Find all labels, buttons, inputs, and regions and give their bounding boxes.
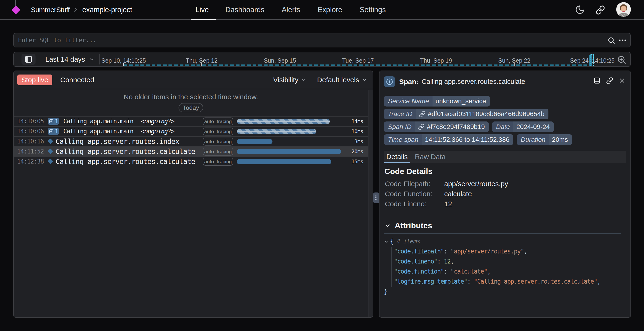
chip-value: 14:11:52.366 to 14:11:52.386 (422, 134, 514, 145)
close-icon[interactable] (619, 77, 625, 84)
dock-panel-bottom-icon[interactable] (594, 77, 600, 84)
children-count: 1 (55, 118, 58, 125)
share-link-button[interactable] (596, 0, 605, 20)
zoom-in-icon[interactable] (617, 55, 626, 65)
log-row-time: 14:11:52 (17, 147, 44, 156)
dark-mode-toggle[interactable] (575, 0, 585, 20)
attributes-section-toggle[interactable]: Attributes (384, 221, 432, 230)
chip-label: Date (492, 122, 514, 132)
visibility-dropdown[interactable]: Visibility (273, 76, 306, 84)
link-icon (596, 5, 605, 14)
scope-tag: auto_tracing (203, 148, 233, 156)
span-diamond-icon (48, 148, 53, 154)
log-row[interactable]: 14:10:051Calling app.main.main<ongoing?>… (14, 116, 368, 126)
log-message: Calling app.main.main<ongoing?> (63, 116, 174, 126)
json-indent (384, 278, 394, 285)
time-range-dropdown[interactable]: Last 14 days (45, 52, 94, 66)
log-row-time: 14:12:38 (17, 157, 44, 166)
active-tab-underline (191, 19, 216, 20)
log-row-time: 14:10:06 (17, 126, 44, 136)
code-detail-value: 12 (444, 200, 452, 208)
code-details-rows: Code Filepath:app/server/routes.pyCode F… (385, 179, 508, 209)
json-key: "code.filepath" (394, 248, 444, 255)
default-levels-dropdown[interactable]: Default levels (317, 76, 367, 84)
stop-live-button[interactable]: Stop live (17, 74, 52, 85)
live-panel-header: Stop live Connected Visibility Default l… (14, 71, 373, 89)
log-row[interactable]: 14:10:061Calling app.main.main<ongoing?>… (14, 126, 368, 136)
duration-value: 14ms (352, 116, 363, 126)
json-comma: , (597, 278, 600, 285)
log-row[interactable]: 14:12:38Calling app.server.routes.calcul… (14, 156, 368, 166)
expand-children-badge[interactable]: 1 (48, 118, 59, 125)
log-message: Calling app.server.routes.calculate (56, 147, 195, 156)
chip-value[interactable]: #f7c8e294f7489b19 (415, 122, 489, 132)
attributes-json-tree: { 4 items "code.filepath": "app/server/r… (384, 236, 600, 297)
search-icon[interactable] (607, 36, 615, 44)
duration-value: 20ms (352, 147, 363, 156)
expand-children-badge[interactable]: 1 (48, 128, 59, 135)
today-button[interactable]: Today (178, 103, 203, 112)
detail-tab-details[interactable]: Details (384, 151, 410, 163)
code-details-heading: Code Details (384, 167, 432, 176)
duration-value: 10ms (352, 126, 363, 136)
breadcrumb-org[interactable]: SummerStuff (31, 0, 70, 20)
chevron-down-icon (301, 77, 306, 82)
code-detail-label: Code Function: (385, 189, 444, 199)
scrollbar-track[interactable] (368, 90, 373, 317)
sql-filter-bar: Enter SQL to filter... (13, 33, 631, 48)
duration-bar (237, 119, 330, 124)
detail-tab-raw-data[interactable]: Raw Data (413, 151, 447, 163)
timebar-divider (99, 54, 100, 64)
nav-tab-explore[interactable]: Explore (318, 0, 342, 20)
brand-logo-diamond-icon[interactable] (11, 5, 20, 14)
json-indent (384, 268, 394, 275)
timeline-selection-cursor[interactable] (590, 54, 594, 66)
json-key: "code.function" (394, 268, 444, 275)
code-detail-label: Code Filepath: (385, 179, 444, 189)
nav-tab-alerts[interactable]: Alerts (282, 0, 300, 20)
json-line: } (384, 286, 600, 297)
timeline-histogram-dashes (124, 64, 588, 66)
breadcrumb-chevron-icon (72, 7, 78, 13)
toggle-sidebar-button[interactable] (22, 54, 36, 65)
nav-tab-settings[interactable]: Settings (360, 0, 386, 20)
children-count: 1 (55, 128, 58, 135)
live-view-panel: Stop live Connected Visibility Default l… (13, 70, 373, 318)
span-info-icon (384, 76, 395, 87)
log-row[interactable]: 14:11:52Calling app.server.routes.calcul… (14, 146, 368, 156)
json-colon: : (467, 278, 474, 285)
user-avatar[interactable] (616, 2, 631, 17)
span-metadata-chips: Service Nameunknown_serviceTrace ID#df01… (384, 96, 572, 145)
panel-left-icon (24, 55, 32, 63)
chip-row: Span ID#f7c8e294f7489b19Date2024-09-24 (384, 122, 572, 132)
metadata-chip: Date2024-09-24 (492, 122, 554, 132)
chip-row: Time span14:11:52.366 to 14:11:52.386Dur… (384, 134, 572, 145)
sql-filter-input[interactable]: Enter SQL to filter... (18, 34, 96, 47)
empty-state-message: No older items in the selected time wind… (14, 93, 368, 101)
nav-tab-dashboards[interactable]: Dashboards (225, 0, 264, 20)
chip-label: Trace ID (384, 108, 416, 119)
chip-label: Span ID (384, 122, 415, 132)
panel-resize-handle[interactable] (373, 192, 379, 203)
duration-bar (237, 159, 331, 164)
scope-tag: auto_tracing (203, 138, 233, 146)
log-row[interactable]: 14:10:16Calling app.server.routes.indexa… (14, 136, 368, 146)
log-row-time: 14:10:16 (17, 137, 44, 146)
json-indent (384, 248, 394, 255)
copy-link-icon[interactable] (606, 77, 613, 84)
more-options-icon[interactable] (618, 36, 627, 44)
link-icon (418, 124, 424, 130)
json-line: "code.filepath": "app/server/routes.py", (384, 246, 600, 256)
collapse-chevron-icon[interactable] (384, 240, 388, 244)
breadcrumb-project[interactable]: example-project (82, 0, 132, 20)
duration-value: 15ms (352, 157, 363, 166)
log-message: Calling app.main.main<ongoing?> (63, 126, 174, 136)
chip-value[interactable]: #df01acad0311189c8b66a466d969654b (416, 108, 548, 119)
json-indent-guide (391, 247, 392, 287)
nav-tab-live[interactable]: Live (196, 0, 209, 20)
attributes-divider (384, 233, 621, 234)
span-detail-panel: Span: Calling app.server.routes.calculat… (379, 70, 631, 318)
chevron-down-icon (384, 222, 391, 229)
chip-row: Service Nameunknown_service (384, 96, 572, 106)
code-detail-row: Code Lineno:12 (385, 199, 508, 209)
